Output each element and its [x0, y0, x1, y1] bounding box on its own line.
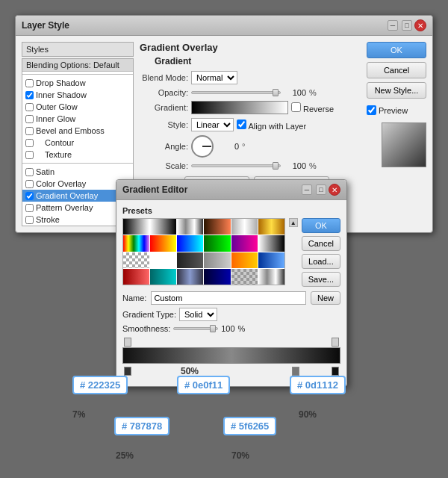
ge-load-button[interactable]: Load... — [302, 254, 340, 269]
preset-green[interactable] — [204, 235, 230, 251]
preset-teal[interactable] — [150, 269, 176, 285]
ok-button[interactable]: OK — [367, 42, 426, 58]
color-stop-mid[interactable] — [292, 367, 299, 376]
preset-rainbow[interactable] — [123, 235, 149, 251]
scale-row: Scale: 100 % — [140, 161, 361, 170]
preset-checkered[interactable] — [123, 252, 149, 268]
gradient-type-select[interactable]: Solid — [179, 308, 217, 321]
preset-warm[interactable] — [150, 235, 176, 251]
action-buttons-panel: OK Cancel New Style... Preview — [367, 42, 426, 226]
cancel-button[interactable]: Cancel — [367, 62, 426, 78]
preset-chrome[interactable] — [177, 219, 203, 235]
opacity-stop-left[interactable] — [124, 338, 131, 347]
style-item-texture[interactable]: Texture — [22, 149, 133, 161]
preset-check2[interactable] — [231, 269, 258, 285]
minimize-button[interactable]: ─ — [388, 20, 398, 31]
color-tooltip-4: # 787878 — [114, 417, 169, 435]
preset-copper[interactable] — [204, 219, 230, 235]
gradient-color-bar[interactable] — [122, 347, 340, 364]
blending-options-header[interactable]: Blending Options: Default — [22, 59, 133, 72]
align-checkbox[interactable] — [237, 120, 246, 129]
preset-silver[interactable] — [231, 219, 258, 235]
color-tooltip-1: # 222325 — [72, 376, 128, 394]
ge-maximize-button[interactable]: □ — [316, 184, 326, 195]
style-item-outer-glow[interactable]: Outer Glow — [22, 101, 133, 113]
inner-shadow-checkbox[interactable] — [25, 91, 34, 99]
preset-darkblue[interactable] — [204, 269, 230, 285]
preview-label: Preview — [379, 106, 408, 115]
preset-transparent[interactable] — [150, 219, 176, 235]
smoothness-value: 100 — [221, 324, 234, 333]
ge-close-button[interactable]: ✕ — [329, 184, 340, 196]
new-button[interactable]: New — [311, 291, 340, 305]
name-input[interactable] — [151, 291, 306, 305]
smoothness-label: Smoothness: — [122, 324, 170, 333]
preset-wb[interactable] — [258, 235, 284, 251]
presets-scrollbar[interactable]: ▲ — [288, 218, 299, 287]
contour-checkbox[interactable] — [25, 139, 34, 147]
preset-gold[interactable] — [258, 219, 284, 235]
align-checkbox-container: Align with Layer — [237, 120, 306, 131]
ge-save-button[interactable]: Save... — [302, 272, 340, 287]
opacity-row: Opacity: 100 % — [140, 88, 361, 97]
inner-glow-checkbox[interactable] — [25, 115, 34, 123]
presets-grid-container: ▲ OK Cancel Load... Save... — [122, 218, 340, 287]
preset-dark[interactable] — [177, 252, 203, 268]
preset-red[interactable] — [123, 269, 149, 285]
opacity-value: 100 — [284, 88, 306, 97]
ge-ok-button[interactable]: OK — [302, 218, 340, 233]
close-button[interactable]: ✕ — [414, 19, 426, 31]
color-stop-end[interactable] — [332, 367, 339, 376]
preset-bw[interactable] — [123, 219, 149, 235]
gradient-type-label: Gradient Type: — [122, 310, 176, 319]
preset-violet[interactable] — [231, 235, 258, 251]
satin-checkbox[interactable] — [25, 168, 34, 176]
preset-neutral[interactable] — [204, 252, 230, 268]
preset-bright[interactable] — [231, 252, 258, 268]
stroke-checkbox[interactable] — [25, 216, 34, 224]
bevel-emboss-checkbox[interactable] — [25, 127, 34, 135]
outer-glow-checkbox[interactable] — [25, 103, 34, 111]
style-select[interactable]: Linear — [191, 118, 234, 131]
preset-steel[interactable] — [177, 269, 203, 285]
opacity-unit: % — [309, 88, 317, 97]
preset-transparent2[interactable] — [150, 252, 176, 268]
preview-box — [382, 122, 426, 167]
blend-mode-select[interactable]: Normal — [191, 71, 237, 84]
pct-label-1: 7% — [72, 409, 85, 420]
scroll-up-arrow[interactable]: ▲ — [289, 218, 298, 227]
presets-grid — [122, 218, 285, 285]
style-item-inner-shadow[interactable]: Inner Shadow — [22, 89, 133, 101]
color-overlay-checkbox[interactable] — [25, 180, 34, 188]
ge-cancel-button[interactable]: Cancel — [302, 236, 340, 251]
new-style-button[interactable]: New Style... — [367, 82, 426, 99]
angle-dial[interactable] — [191, 135, 214, 158]
preview-checkbox[interactable] — [367, 105, 376, 115]
style-item-contour[interactable]: Contour — [22, 137, 133, 149]
gradient-overlay-checkbox[interactable] — [25, 192, 34, 200]
preset-chrome2[interactable] — [258, 269, 284, 285]
gradient-editor-titlebar: Gradient Editor ─ □ ✕ — [116, 180, 346, 200]
style-item-bevel-emboss[interactable]: Bevel and Emboss — [22, 125, 133, 137]
opacity-slider[interactable] — [191, 91, 281, 94]
color-tooltip-2: # 0e0f11 — [177, 376, 230, 394]
style-item-satin[interactable]: Satin — [22, 166, 133, 178]
style-item-inner-glow[interactable]: Inner Glow — [22, 113, 133, 125]
maximize-button[interactable]: □ — [402, 20, 412, 31]
angle-value: 0 — [217, 142, 239, 151]
drop-shadow-checkbox[interactable] — [25, 79, 34, 87]
smoothness-slider[interactable] — [173, 327, 218, 330]
ge-minimize-button[interactable]: ─ — [302, 184, 312, 195]
smoothness-row: Smoothness: 100 % — [122, 324, 340, 333]
gradient-preview-bar[interactable] — [191, 101, 288, 114]
opacity-stop-right[interactable] — [332, 338, 339, 347]
preset-cool[interactable] — [177, 235, 203, 251]
style-item-drop-shadow[interactable]: Drop Shadow — [22, 77, 133, 89]
reverse-checkbox[interactable] — [291, 102, 301, 112]
texture-checkbox[interactable] — [25, 151, 34, 159]
pattern-overlay-checkbox[interactable] — [25, 204, 34, 212]
section-title: Gradient Overlay — [140, 42, 361, 53]
scale-slider[interactable] — [191, 164, 281, 167]
color-stop-start[interactable] — [124, 367, 131, 376]
preset-blue[interactable] — [258, 252, 284, 268]
